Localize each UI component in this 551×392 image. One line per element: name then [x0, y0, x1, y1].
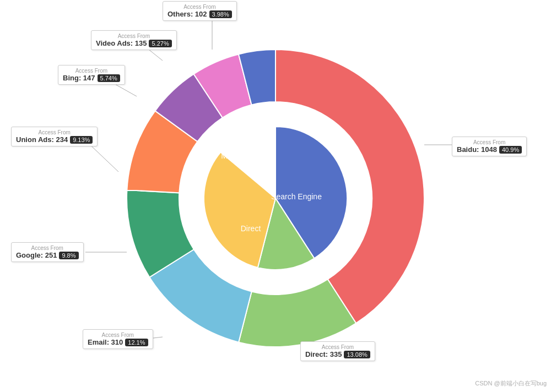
chart-container: Search EngineDirectMarketing CSDN @前端小白在… [0, 0, 551, 392]
tooltip-label-others: Others: 102 [168, 10, 207, 18]
tooltip-title-others: Access From [168, 4, 232, 10]
tooltip-google: Access FromGoogle: 2519.8% [11, 242, 84, 262]
inner-label-search-engine: Search Engine [271, 192, 322, 201]
tooltip-title-direct: Access From [305, 344, 370, 350]
tooltip-baidu: Access FromBaidu: 104840.9% [452, 137, 527, 156]
watermark: CSDN @前端小白在写bug [475, 379, 547, 388]
tooltip-title-email: Access From [88, 332, 148, 338]
tooltip-title-bing: Access From [63, 68, 120, 74]
tooltip-label-direct: Direct: 335 [305, 350, 342, 358]
tooltip-label-bing: Bing: 147 [63, 74, 95, 82]
tooltip-badge-email: 12.1% [125, 339, 148, 346]
tooltip-title-google: Access From [16, 245, 79, 251]
tooltip-value-others: Others: 1023.98% [168, 10, 232, 18]
tooltip-badge-others: 3.98% [209, 10, 232, 18]
tooltip-others: Access FromOthers: 1023.98% [163, 1, 237, 21]
tooltip-title-baidu: Access From [457, 139, 522, 145]
tooltip-title-videoads: Access From [96, 33, 172, 39]
tooltip-value-videoads: Video Ads: 1355.27% [96, 39, 172, 47]
tooltip-label-email: Email: 310 [88, 338, 123, 346]
tooltip-badge-unionads: 9.13% [70, 136, 93, 144]
tooltip-value-google: Google: 2519.8% [16, 251, 79, 259]
tooltip-badge-videoads: 5.27% [149, 40, 171, 47]
tooltip-value-email: Email: 31012.1% [88, 338, 148, 346]
inner-label-marketing: Marketing [221, 151, 255, 160]
tooltip-unionads: Access FromUnion Ads: 2349.13% [11, 127, 98, 146]
tooltip-label-google: Google: 251 [16, 251, 57, 259]
tooltip-value-bing: Bing: 1475.74% [63, 74, 120, 82]
tooltip-direct: Access FromDirect: 33513.08% [300, 341, 375, 361]
tooltip-value-baidu: Baidu: 104840.9% [457, 145, 522, 154]
tooltip-videoads: Access FromVideo Ads: 1355.27% [91, 30, 177, 50]
tooltip-value-direct: Direct: 33513.08% [305, 350, 370, 358]
tooltip-label-videoads: Video Ads: 135 [96, 39, 147, 47]
tooltip-badge-baidu: 40.9% [499, 146, 522, 154]
tooltip-badge-google: 9.8% [59, 252, 78, 259]
tooltip-title-unionads: Access From [16, 129, 93, 135]
tooltip-bing: Access FromBing: 1475.74% [58, 65, 125, 85]
tooltip-value-unionads: Union Ads: 2349.13% [16, 135, 93, 144]
connector-line-videoads [149, 50, 163, 61]
tooltip-badge-bing: 5.74% [98, 74, 120, 82]
tooltip-label-baidu: Baidu: 1048 [457, 145, 497, 154]
tooltip-badge-direct: 13.08% [344, 351, 370, 358]
tooltip-label-unionads: Union Ads: 234 [16, 135, 68, 144]
inner-label-direct: Direct [241, 224, 261, 233]
tooltip-email: Access FromEmail: 31012.1% [83, 329, 153, 349]
